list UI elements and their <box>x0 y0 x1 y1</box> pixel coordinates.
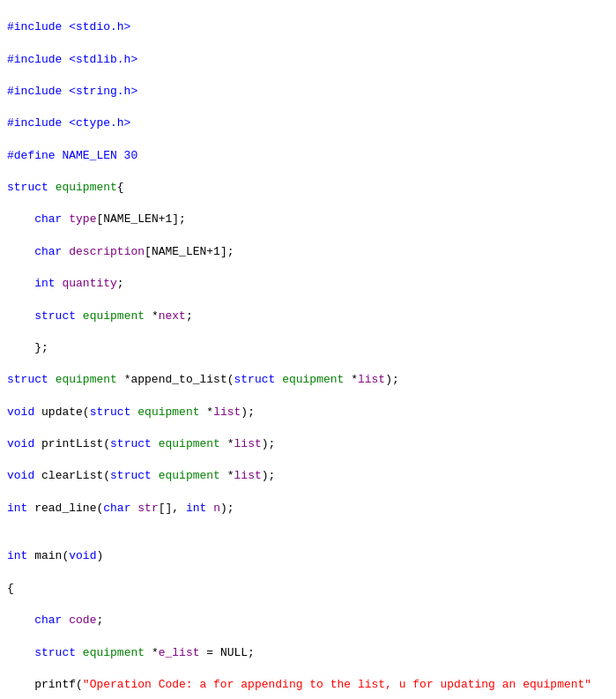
line-13: void update(struct equipment *list); <box>7 405 609 420</box>
line-20: char code; <box>7 613 609 628</box>
line-16: int read_line(char str[], int n); <box>7 501 609 517</box>
line-22: printf("Operation Code: a for appending … <box>7 677 609 693</box>
line-18: int main(void) <box>7 548 609 564</box>
line-19: { <box>7 581 609 597</box>
line-12: struct equipment *append_to_list(struct … <box>7 372 609 388</box>
line-1: #include <stdio.h> <box>7 19 609 35</box>
line-11: }; <box>7 340 609 356</box>
line-10: struct equipment *next; <box>7 309 609 324</box>
line-15: void clearList(struct equipment *list); <box>7 468 609 484</box>
line-2: #include <stdlib.h> <box>7 52 609 68</box>
line-8: char description[NAME_LEN+1]; <box>7 244 609 260</box>
line-5: #define NAME_LEN 30 <box>7 148 609 164</box>
code-editor: #include <stdio.h> #include <stdlib.h> #… <box>0 0 616 699</box>
line-21: struct equipment *e_list = NULL; <box>7 645 609 661</box>
line-9: int quantity; <box>7 276 609 292</box>
line-4: #include <ctype.h> <box>7 115 609 131</box>
line-6: struct equipment{ <box>7 180 609 196</box>
line-7: char type[NAME_LEN+1]; <box>7 212 609 227</box>
line-3: #include <string.h> <box>7 84 609 100</box>
line-14: void printList(struct equipment *list); <box>7 436 609 452</box>
